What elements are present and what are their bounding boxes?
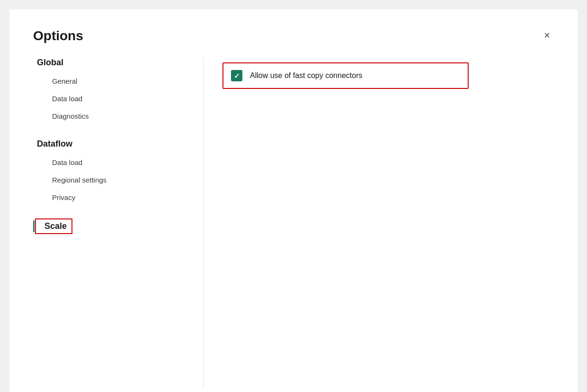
dialog-header: Options × xyxy=(33,28,554,44)
sidebar-item-diagnostics[interactable]: Diagnostics xyxy=(33,107,194,125)
sidebar-item-dataflow-data-load[interactable]: Data load xyxy=(33,154,194,171)
option-fast-copy-connectors[interactable]: ✓ Allow use of fast copy connectors xyxy=(222,62,469,89)
sidebar-item-privacy[interactable]: Privacy xyxy=(33,189,194,206)
option-label-fast-copy: Allow use of fast copy connectors xyxy=(250,71,362,80)
dialog-body: Global General Data load Diagnostics Dat… xyxy=(33,58,554,389)
sidebar-item-regional-settings[interactable]: Regional settings xyxy=(33,171,194,189)
sidebar: Global General Data load Diagnostics Dat… xyxy=(33,58,204,389)
sidebar-section-dataflow: Dataflow xyxy=(33,139,194,149)
sidebar-section-scale[interactable]: Scale xyxy=(41,221,67,231)
sidebar-section-global: Global xyxy=(33,58,194,68)
checkbox-fast-copy[interactable]: ✓ xyxy=(231,70,242,81)
options-dialog: Options × Global General Data load Diagn… xyxy=(9,9,578,392)
checkbox-wrapper[interactable]: ✓ xyxy=(231,70,242,81)
close-button[interactable]: × xyxy=(540,28,554,43)
sidebar-item-global-data-load[interactable]: Data load xyxy=(33,90,194,107)
dialog-title: Options xyxy=(33,28,83,44)
sidebar-item-general[interactable]: General xyxy=(33,72,194,90)
main-content: ✓ Allow use of fast copy connectors xyxy=(204,58,554,389)
checkmark-icon: ✓ xyxy=(234,72,240,79)
